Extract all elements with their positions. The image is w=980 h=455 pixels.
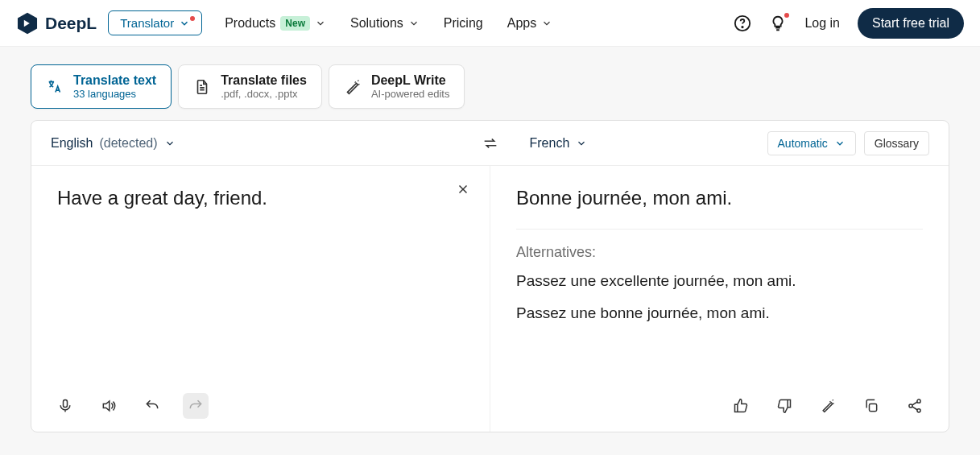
share-button[interactable] [902,393,928,419]
translator-panel: English (detected) French Automatic Glos… [31,120,949,432]
chevron-down-icon [576,138,587,149]
swap-languages-button[interactable] [470,121,511,165]
translation-body: Have a great day, friend. Bonne journée,… [31,166,949,432]
chevron-down-icon [541,18,552,29]
redo-icon [188,398,204,414]
logo-text: DeepL [45,14,97,33]
target-column: Bonne journée, mon ami. Alternatives: Pa… [490,166,949,432]
tab-write-title: DeepL Write [371,73,450,88]
tab-translate-files-title: Translate files [221,73,307,88]
microphone-icon [57,398,73,414]
chevron-down-icon [179,18,190,29]
notification-dot [784,13,789,18]
magic-wand-icon [820,398,836,414]
tab-translate-files[interactable]: Translate files .pdf, .docx, .pptx [178,64,322,109]
chevron-down-icon [315,18,326,29]
nav-apps[interactable]: Apps [507,16,552,31]
divider [516,229,923,230]
new-badge: New [280,16,310,31]
undo-icon [144,398,160,414]
target-toolbar [728,393,928,419]
mode-tabs: Translate text 33 languages Translate fi… [0,47,980,120]
source-language-select[interactable]: English (detected) [51,136,176,151]
source-toolbar [52,393,209,419]
copy-icon [863,398,879,414]
tab-translate-text-title: Translate text [73,73,156,88]
speaker-icon [101,398,117,414]
undo-button[interactable] [139,393,165,419]
language-bar: English (detected) French Automatic Glos… [31,121,949,166]
tab-translate-files-sub: .pdf, .docx, .pptx [221,88,307,100]
thumbs-down-icon [776,398,792,414]
nav-apps-label: Apps [507,16,536,31]
notifications-button[interactable] [769,14,787,32]
document-icon [193,78,211,96]
close-icon [456,182,470,196]
tab-translate-text-sub: 33 languages [73,88,156,100]
source-column: Have a great day, friend. [31,166,490,432]
swap-icon [482,134,499,152]
target-text-output: Bonne journée, mon ami. [516,185,923,211]
thumbs-up-icon [733,398,749,414]
redo-button [183,393,209,419]
logo[interactable]: DeepL [16,12,97,35]
login-link[interactable]: Log in [804,16,840,31]
share-icon [907,398,923,414]
help-button[interactable] [734,14,751,32]
nav-products-label: Products [225,16,275,31]
help-icon [734,14,751,32]
microphone-button[interactable] [52,393,78,419]
target-language-select[interactable]: French [530,136,588,151]
copy-button[interactable] [858,393,884,419]
alternative-item[interactable]: Passez une excellente journée, mon ami. [516,272,923,290]
glossary-label: Glossary [875,137,919,150]
automatic-label: Automatic [778,137,828,150]
chevron-down-icon [164,138,176,149]
glossary-button[interactable]: Glossary [864,131,929,155]
main-nav: Products New Solutions Pricing Apps [225,16,552,31]
nav-pricing-label: Pricing [444,16,483,31]
alternative-item[interactable]: Passez une bonne journée, mon ami. [516,304,923,322]
magic-wand-icon [344,78,362,96]
detected-label: (detected) [99,136,157,151]
source-language-label: English [51,136,93,151]
chevron-down-icon [408,18,420,29]
alternatives-label: Alternatives: [516,244,923,261]
improve-button[interactable] [815,393,841,419]
header-right: Log in Start free trial [734,8,964,39]
nav-solutions[interactable]: Solutions [350,16,420,31]
chevron-down-icon [834,138,846,149]
svg-point-3 [742,26,743,27]
tab-write-sub: AI-powered edits [371,88,450,100]
translator-dropdown[interactable]: Translator [108,10,202,35]
logo-icon [16,12,39,35]
nav-pricing[interactable]: Pricing [444,16,483,31]
svg-rect-6 [64,400,68,407]
notification-dot [190,16,195,21]
speaker-button[interactable] [96,393,122,419]
target-language-label: French [530,136,570,151]
source-text-input[interactable]: Have a great day, friend. [57,185,444,346]
automatic-dropdown[interactable]: Automatic [767,131,856,155]
start-trial-button[interactable]: Start free trial [858,8,964,39]
nav-products[interactable]: Products New [225,16,326,31]
tab-write[interactable]: DeepL Write AI-powered edits [329,64,465,109]
top-header: DeepL Translator Products New Solutions … [0,0,980,47]
clear-source-button[interactable] [456,182,470,196]
thumbs-down-button[interactable] [771,393,797,419]
svg-rect-7 [870,404,877,412]
translator-label: Translator [120,16,174,30]
tab-translate-text[interactable]: Translate text 33 languages [31,64,172,109]
translate-text-icon [46,78,64,96]
thumbs-up-button[interactable] [728,393,754,419]
nav-solutions-label: Solutions [350,16,403,31]
